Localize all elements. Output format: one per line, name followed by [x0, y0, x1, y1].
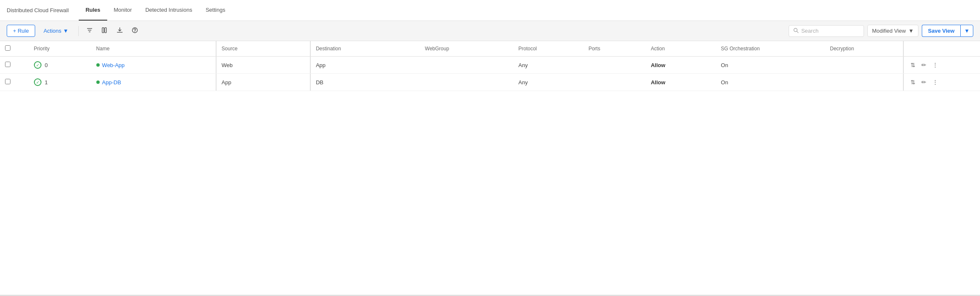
- table-row: ✓ 1 App-DB App DB Any Allow On ⇅ ✏ ⋮: [0, 74, 980, 91]
- svg-line-9: [797, 31, 799, 33]
- status-check-icon: ✓: [34, 61, 41, 69]
- th-decryption: Decryption: [825, 41, 903, 57]
- row-webgroup: [420, 74, 513, 91]
- row-source: Web: [217, 57, 310, 74]
- row-priority: ✓ 0: [29, 57, 91, 74]
- row-action: Allow: [646, 74, 716, 91]
- table-header-row: Priority Name Source Destination WebGrou…: [0, 41, 980, 57]
- download-button[interactable]: [114, 24, 126, 37]
- row-ports: [583, 57, 646, 74]
- th-priority: Priority: [29, 41, 91, 57]
- row-priority: ✓ 1: [29, 74, 91, 91]
- row-destination: App: [311, 57, 420, 74]
- table-body: ✓ 0 Web-App Web App Any Allow On ⇅ ✏ ⋮: [0, 57, 980, 91]
- tab-settings[interactable]: Settings: [199, 0, 232, 21]
- row-checkbox-cell: [0, 74, 29, 91]
- th-protocol: Protocol: [513, 41, 583, 57]
- th-sg-orchestration: SG Orchestration: [716, 41, 825, 57]
- row-edit-button[interactable]: ✏: [920, 61, 928, 69]
- svg-rect-3: [102, 28, 104, 33]
- tab-monitor[interactable]: Monitor: [107, 0, 139, 21]
- row-name: Web-App: [91, 57, 216, 74]
- row-sg-orchestration: On: [716, 74, 825, 91]
- th-source: Source: [217, 41, 310, 57]
- toolbar-divider-1: [78, 26, 79, 36]
- toolbar: + Rule Actions ▼: [0, 21, 980, 41]
- row-sg-orchestration: On: [716, 57, 825, 74]
- save-view-button[interactable]: Save View: [922, 25, 960, 37]
- row-name: App-DB: [91, 74, 216, 91]
- search-input[interactable]: [801, 28, 859, 34]
- rules-table: Priority Name Source Destination WebGrou…: [0, 41, 980, 91]
- th-destination: Destination: [311, 41, 420, 57]
- search-icon: [793, 28, 799, 34]
- row-action-buttons: ⇅ ✏ ⋮: [904, 57, 980, 74]
- add-rule-button[interactable]: + Rule: [7, 25, 35, 37]
- select-all-checkbox[interactable]: [5, 45, 10, 51]
- chevron-down-icon: ▼: [964, 28, 970, 34]
- nav-tabs: Rules Monitor Detected Intrusions Settin…: [79, 0, 232, 21]
- table-row: ✓ 0 Web-App Web App Any Allow On ⇅ ✏ ⋮: [0, 57, 980, 74]
- row-reorder-button[interactable]: ⇅: [909, 78, 917, 86]
- th-row-actions: [904, 41, 980, 57]
- filter-icon: [86, 27, 93, 35]
- row-more-button[interactable]: ⋮: [931, 78, 940, 86]
- rule-name-link[interactable]: App-DB: [102, 79, 121, 86]
- app-header: Distributed Cloud Firewall Rules Monitor…: [0, 0, 980, 21]
- row-protocol: Any: [513, 74, 583, 91]
- row-checkbox[interactable]: [5, 79, 10, 84]
- th-webgroup: WebGroup: [420, 41, 513, 57]
- row-more-button[interactable]: ⋮: [931, 61, 940, 69]
- svg-rect-4: [105, 28, 106, 33]
- row-action-buttons: ⇅ ✏ ⋮: [904, 74, 980, 91]
- search-box: [789, 25, 864, 37]
- row-source: App: [217, 74, 310, 91]
- row-decryption: [825, 57, 903, 74]
- tab-detected-intrusions[interactable]: Detected Intrusions: [139, 0, 199, 21]
- row-destination: DB: [311, 74, 420, 91]
- save-view-dropdown-button[interactable]: ▼: [960, 25, 973, 37]
- help-icon: [132, 27, 138, 35]
- row-checkbox-cell: [0, 57, 29, 74]
- download-icon: [116, 27, 123, 35]
- row-ports: [583, 74, 646, 91]
- save-view-group: Save View ▼: [922, 25, 973, 37]
- tab-rules[interactable]: Rules: [79, 0, 107, 21]
- status-dot-icon: [96, 63, 100, 67]
- chevron-down-icon: ▼: [63, 28, 69, 34]
- app-title: Distributed Cloud Firewall: [7, 7, 69, 13]
- row-checkbox[interactable]: [5, 62, 10, 67]
- columns-button[interactable]: [99, 24, 111, 37]
- chevron-down-icon: ▼: [908, 28, 914, 34]
- th-ports: Ports: [583, 41, 646, 57]
- row-action: Allow: [646, 57, 716, 74]
- help-button[interactable]: [129, 24, 141, 37]
- status-dot-icon: [96, 80, 100, 84]
- th-checkbox: [0, 41, 29, 57]
- rule-name-link[interactable]: Web-App: [102, 62, 125, 68]
- status-check-icon: ✓: [34, 78, 41, 86]
- row-reorder-button[interactable]: ⇅: [909, 61, 917, 69]
- filter-button[interactable]: [84, 24, 95, 37]
- th-action: Action: [646, 41, 716, 57]
- actions-button[interactable]: Actions ▼: [39, 25, 74, 36]
- svg-point-7: [135, 31, 136, 32]
- rules-table-container: Priority Name Source Destination WebGrou…: [0, 41, 980, 91]
- row-decryption: [825, 74, 903, 91]
- row-edit-button[interactable]: ✏: [920, 78, 928, 86]
- th-name: Name: [91, 41, 216, 57]
- modified-view-select[interactable]: Modified View ▼: [867, 25, 918, 37]
- row-protocol: Any: [513, 57, 583, 74]
- columns-icon: [101, 27, 108, 35]
- row-webgroup: [420, 57, 513, 74]
